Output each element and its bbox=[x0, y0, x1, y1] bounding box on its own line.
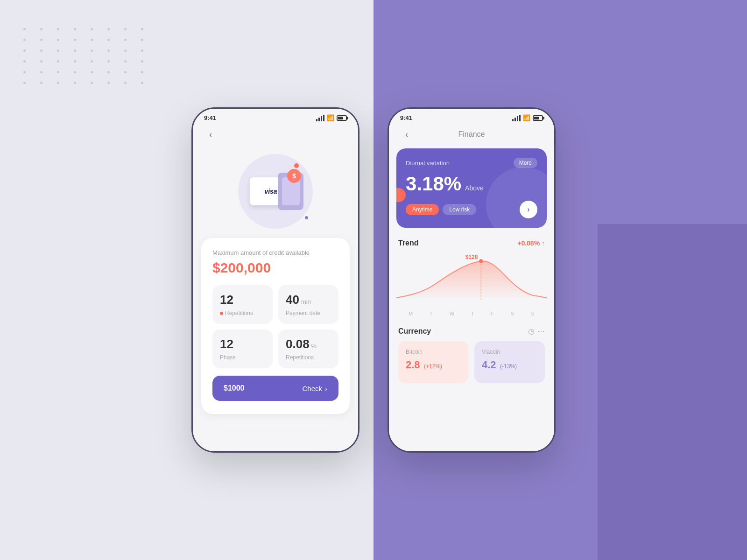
hero-illustration: visa $ bbox=[193, 145, 358, 238]
trend-change: +0.08% ↑ bbox=[517, 239, 545, 247]
phone-device: $ bbox=[278, 173, 303, 210]
more-button[interactable]: More bbox=[514, 158, 537, 168]
status-icons-2: 📶 bbox=[512, 114, 543, 121]
dot bbox=[40, 28, 42, 30]
dots-icon: ⋯ bbox=[537, 327, 545, 336]
stat-label-2: Phase bbox=[220, 354, 265, 361]
credit-amount: $200,000 bbox=[212, 260, 338, 276]
dot-accent-red bbox=[294, 163, 299, 168]
bitcoin-change: (+12%) bbox=[424, 363, 442, 370]
bitcoin-value: 2.8 bbox=[406, 359, 420, 371]
phone-1: 9:41 📶 ‹ bbox=[191, 107, 359, 453]
currency-title: Currency bbox=[398, 327, 431, 336]
dot bbox=[57, 28, 59, 30]
card-section: Maximum amount of credit available $200,… bbox=[201, 238, 350, 414]
trend-section: Trend +0.08% ↑ $128 bbox=[389, 231, 554, 323]
dot bbox=[124, 49, 127, 52]
dot bbox=[91, 49, 93, 52]
dot bbox=[23, 82, 26, 84]
dot bbox=[40, 71, 42, 73]
dot bbox=[23, 49, 26, 52]
phone1-nav: ‹ bbox=[193, 124, 358, 145]
chart-peak-label: $128 bbox=[465, 254, 478, 260]
phone2-nav: ‹ Finance bbox=[389, 124, 554, 145]
clock-icon: ◷ bbox=[528, 327, 535, 336]
dot bbox=[57, 39, 59, 41]
back-button-1[interactable]: ‹ bbox=[204, 128, 217, 141]
stat-card-3: 0.08 % Repetitions bbox=[278, 329, 338, 368]
signal-bar bbox=[517, 116, 518, 121]
rate-value: 3.18% bbox=[406, 173, 461, 195]
dot bbox=[74, 71, 76, 73]
dot-grid: const dg = document.querySelector('.dot-… bbox=[23, 28, 149, 84]
dot bbox=[74, 39, 76, 41]
chart-day-f: F bbox=[491, 311, 494, 316]
chart-day-t2: T bbox=[471, 311, 474, 316]
page-title: Finance bbox=[458, 130, 485, 139]
dot bbox=[124, 28, 127, 30]
currency-section: Currency ◷ ⋯ Bitcoin 2.8 (+12%) bbox=[389, 323, 554, 387]
dot bbox=[74, 60, 76, 63]
dot bbox=[40, 39, 42, 41]
battery-fill bbox=[338, 117, 343, 119]
currency-card-bitcoin: Bitcoin 2.8 (+12%) bbox=[398, 341, 469, 383]
signal-icon-2 bbox=[512, 115, 521, 121]
dot bbox=[141, 28, 143, 30]
dot bbox=[57, 49, 59, 52]
dot bbox=[57, 71, 59, 73]
signal-bar bbox=[321, 116, 322, 121]
dot bbox=[57, 60, 59, 63]
dot bbox=[107, 28, 110, 30]
dot bbox=[107, 71, 110, 73]
currency-icons: ◷ ⋯ bbox=[528, 327, 545, 336]
stat-value-2: 12 bbox=[220, 337, 265, 351]
rate-suffix: Above bbox=[465, 184, 484, 192]
currency-card-viacoin: Viacoin 4.2 (-13%) bbox=[474, 341, 545, 383]
battery-icon-2 bbox=[533, 115, 543, 121]
dot bbox=[141, 82, 143, 84]
signal-icon bbox=[316, 115, 324, 121]
dot bbox=[40, 82, 42, 84]
dot bbox=[91, 28, 93, 30]
currency-header: Currency ◷ ⋯ bbox=[398, 327, 545, 336]
tags: Anytime Low risk bbox=[406, 204, 476, 215]
credit-label: Maximum amount of credit available bbox=[212, 249, 338, 256]
dot bbox=[107, 82, 110, 84]
signal-bar bbox=[519, 115, 521, 121]
dot bbox=[91, 39, 93, 41]
dot bbox=[23, 39, 26, 41]
dot bbox=[141, 49, 143, 52]
finance-card: Diurnal variation More 3.18% Above Anyti… bbox=[396, 148, 547, 228]
battery-icon bbox=[337, 115, 347, 121]
dot bbox=[91, 71, 93, 73]
dot bbox=[40, 49, 42, 52]
chart-day-w: W bbox=[450, 311, 454, 316]
stat-card-1: 40 min Payment date bbox=[278, 285, 338, 324]
phones-container: 9:41 📶 ‹ bbox=[191, 107, 556, 453]
dot bbox=[107, 60, 110, 63]
chart-day-s2: S bbox=[531, 311, 535, 316]
hero-circle: visa $ bbox=[238, 154, 313, 229]
bitcoin-name: Bitcoin bbox=[406, 349, 461, 355]
stat-card-0: 12 Repetitions bbox=[212, 285, 273, 324]
status-bar-2: 9:41 📶 bbox=[389, 109, 554, 124]
viacoin-change: (-13%) bbox=[500, 363, 517, 370]
chart-area: $128 bbox=[396, 252, 547, 308]
dollar-badge: $ bbox=[287, 169, 301, 183]
dot bbox=[141, 60, 143, 63]
dot bbox=[23, 28, 26, 30]
stat-label-0: Repetitions bbox=[220, 310, 265, 316]
status-bar-1: 9:41 📶 bbox=[193, 109, 358, 124]
back-button-2[interactable]: ‹ bbox=[400, 128, 413, 141]
check-button[interactable]: $1000 Check › bbox=[212, 376, 338, 401]
chart-day-m: M bbox=[409, 311, 413, 316]
stat-value-1: 40 min bbox=[286, 293, 331, 307]
dot bbox=[91, 82, 93, 84]
signal-bar bbox=[514, 118, 516, 121]
stat-label-3: Repetitions bbox=[286, 354, 331, 361]
dot bbox=[40, 60, 42, 63]
time-1: 9:41 bbox=[204, 114, 216, 121]
trend-title: Trend bbox=[398, 239, 419, 247]
signal-bar bbox=[323, 115, 324, 121]
status-icons-1: 📶 bbox=[316, 114, 347, 121]
